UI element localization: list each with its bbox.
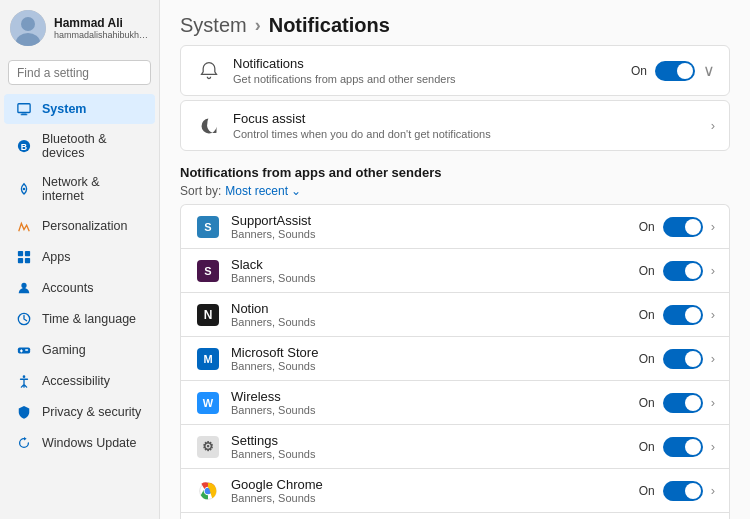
svg-rect-9 — [18, 251, 23, 256]
sidebar-item-time[interactable]: Time & language — [4, 304, 155, 334]
app-row[interactable]: M Microsoft Store Banners, Sounds On › — [180, 336, 730, 380]
notifications-card-toggle-label: On — [631, 64, 647, 78]
app-toggle-label: On — [639, 352, 655, 366]
bluetooth-icon: B — [16, 138, 32, 154]
apps-section-title: Notifications from apps and other sender… — [180, 165, 730, 180]
app-name: Notion — [231, 301, 639, 316]
app-desc: Banners, Sounds — [231, 228, 639, 240]
update-icon — [16, 435, 32, 451]
notifications-card[interactable]: Notifications Get notifications from app… — [180, 45, 730, 96]
sidebar-label-time: Time & language — [42, 312, 136, 326]
sidebar-label-apps: Apps — [42, 250, 71, 264]
app-desc: Banners, Sounds — [231, 360, 639, 372]
app-desc: Banners, Sounds — [231, 272, 639, 284]
app-toggle-label: On — [639, 484, 655, 498]
app-row[interactable]: O OneDrive Banners, Sounds On › — [180, 512, 730, 519]
app-toggle-label: On — [639, 396, 655, 410]
app-row[interactable]: N Notion Banners, Sounds On › — [180, 292, 730, 336]
app-toggle[interactable] — [663, 217, 703, 237]
app-toggle-label: On — [639, 440, 655, 454]
svg-rect-3 — [18, 104, 30, 113]
user-info: Hammad Ali hammadalishahibukhari@gmail.c… — [54, 16, 149, 40]
app-row[interactable]: Google Chrome Banners, Sounds On › — [180, 468, 730, 512]
app-desc: Banners, Sounds — [231, 316, 639, 328]
app-toggle[interactable] — [663, 393, 703, 413]
app-chevron-icon: › — [711, 219, 715, 234]
sidebar-item-system[interactable]: System — [4, 94, 155, 124]
focus-assist-card[interactable]: Focus assist Control times when you do a… — [180, 100, 730, 151]
app-chevron-icon: › — [711, 351, 715, 366]
app-desc: Banners, Sounds — [231, 404, 639, 416]
breadcrumb-parent[interactable]: System — [180, 14, 247, 37]
app-toggle[interactable] — [663, 481, 703, 501]
content-area: Notifications Get notifications from app… — [160, 45, 750, 519]
app-chevron-icon: › — [711, 483, 715, 498]
svg-rect-12 — [25, 258, 30, 263]
sort-value[interactable]: Most recent ⌄ — [225, 184, 301, 198]
app-icon: W — [195, 390, 221, 416]
sidebar-label-accessibility: Accessibility — [42, 374, 110, 388]
app-toggle-label: On — [639, 220, 655, 234]
sort-chevron-icon: ⌄ — [291, 184, 301, 198]
app-name: Settings — [231, 433, 639, 448]
notifications-card-subtitle: Get notifications from apps and other se… — [233, 73, 631, 85]
svg-point-13 — [21, 283, 26, 288]
network-icon — [16, 181, 32, 197]
gaming-icon — [16, 342, 32, 358]
app-row[interactable]: S Slack Banners, Sounds On › — [180, 248, 730, 292]
accounts-icon — [16, 280, 32, 296]
sidebar-item-accounts[interactable]: Accounts — [4, 273, 155, 303]
sort-value-text: Most recent — [225, 184, 288, 198]
app-toggle-label: On — [639, 264, 655, 278]
sidebar-item-apps[interactable]: Apps — [4, 242, 155, 272]
sidebar-item-update[interactable]: Windows Update — [4, 428, 155, 458]
sidebar-item-network[interactable]: Network & internet — [4, 168, 155, 210]
search-box[interactable] — [8, 60, 151, 85]
sidebar-item-personalization[interactable]: Personalization — [4, 211, 155, 241]
sidebar-item-accessibility[interactable]: Accessibility — [4, 366, 155, 396]
app-chevron-icon: › — [711, 263, 715, 278]
app-row[interactable]: S SupportAssist Banners, Sounds On › — [180, 204, 730, 248]
sidebar-label-system: System — [42, 102, 86, 116]
notifications-card-icon — [195, 57, 223, 85]
avatar — [10, 10, 46, 46]
user-profile[interactable]: Hammad Ali hammadalishahibukhari@gmail.c… — [0, 0, 159, 56]
sort-label: Sort by: — [180, 184, 221, 198]
system-icon — [16, 101, 32, 117]
user-email: hammadalishahibukhari@gmail.com — [54, 30, 149, 40]
sidebar-label-personalization: Personalization — [42, 219, 127, 233]
sidebar: Hammad Ali hammadalishahibukhari@gmail.c… — [0, 0, 160, 519]
app-row[interactable]: ⚙ Settings Banners, Sounds On › — [180, 424, 730, 468]
accessibility-icon — [16, 373, 32, 389]
sidebar-item-bluetooth[interactable]: B Bluetooth & devices — [4, 125, 155, 167]
app-icon: M — [195, 346, 221, 372]
focus-assist-card-title: Focus assist — [233, 111, 711, 126]
user-name: Hammad Ali — [54, 16, 149, 30]
notifications-card-toggle[interactable] — [655, 61, 695, 81]
search-input[interactable] — [17, 66, 167, 80]
svg-text:B: B — [21, 142, 27, 152]
sidebar-item-gaming[interactable]: Gaming — [4, 335, 155, 365]
app-icon: S — [195, 258, 221, 284]
breadcrumb: System › Notifications — [160, 0, 750, 45]
app-name: Google Chrome — [231, 477, 639, 492]
app-row[interactable]: W Wireless Banners, Sounds On › — [180, 380, 730, 424]
top-cards: Notifications Get notifications from app… — [180, 45, 730, 151]
sidebar-item-privacy[interactable]: Privacy & security — [4, 397, 155, 427]
app-toggle[interactable] — [663, 437, 703, 457]
app-toggle-label: On — [639, 308, 655, 322]
main-content: System › Notifications Notifications Get… — [160, 0, 750, 519]
app-name: Slack — [231, 257, 639, 272]
app-icon — [195, 478, 221, 504]
svg-point-8 — [23, 188, 26, 191]
app-desc: Banners, Sounds — [231, 448, 639, 460]
app-toggle[interactable] — [663, 261, 703, 281]
app-toggle[interactable] — [663, 349, 703, 369]
app-chevron-icon: › — [711, 395, 715, 410]
sidebar-nav: System B Bluetooth & devices Network & i… — [0, 93, 159, 519]
focus-assist-card-icon — [195, 112, 223, 140]
app-chevron-icon: › — [711, 307, 715, 322]
app-name: SupportAssist — [231, 213, 639, 228]
svg-rect-10 — [25, 251, 30, 256]
app-toggle[interactable] — [663, 305, 703, 325]
